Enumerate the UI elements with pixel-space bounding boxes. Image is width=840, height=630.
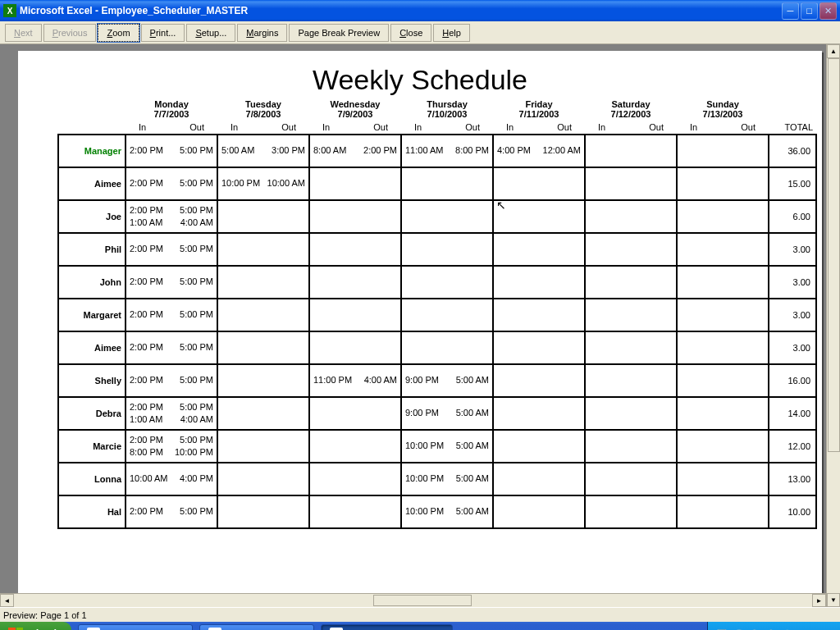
shift-cell bbox=[401, 299, 493, 331]
taskbar-item[interactable]: X Microsoft Excel - Empl... bbox=[321, 624, 454, 630]
vertical-scrollbar[interactable]: ▲ ▼ bbox=[826, 44, 840, 607]
close-preview-button[interactable]: Close bbox=[390, 24, 431, 42]
shift-cell bbox=[585, 167, 677, 200]
shift-cell bbox=[493, 364, 585, 397]
table-row: Marcie2:00 PM5:00 PM8:00 PM10:00 PM10:00… bbox=[58, 430, 816, 463]
zoom-button[interactable]: Zoom bbox=[98, 24, 139, 42]
shift-cell bbox=[309, 266, 401, 299]
shift-cell bbox=[585, 397, 677, 430]
horizontal-scrollbar[interactable]: ◄ ► bbox=[0, 593, 826, 607]
inout-header: InOut bbox=[677, 121, 769, 135]
taskbar-item[interactable]: 📁 Scheduler bbox=[199, 624, 314, 630]
shift-cell bbox=[677, 233, 769, 266]
schedule-title: Weekly Schedule bbox=[57, 64, 783, 96]
shift-cell bbox=[401, 167, 493, 200]
table-row: Debra2:00 PM5:00 PM1:00 AM4:00 AM9:00 PM… bbox=[58, 397, 816, 430]
table-row: Shelly2:00 PM5:00 PM11:00 PM4:00 AM9:00 … bbox=[58, 364, 816, 397]
shift-cell bbox=[585, 299, 677, 331]
page-break-preview-button[interactable]: Page Break Preview bbox=[289, 24, 389, 42]
total-cell: 3.00 bbox=[769, 233, 816, 266]
shift-cell: 5:00 AM3:00 PM bbox=[217, 135, 309, 167]
shift-cell bbox=[309, 495, 401, 528]
previous-button[interactable]: Previous bbox=[43, 24, 97, 42]
table-row: Phil2:00 PM5:00 PM3.00 bbox=[58, 233, 816, 266]
shift-cell: 11:00 AM8:00 PM bbox=[401, 135, 493, 167]
shift-cell: 11:00 PM4:00 AM bbox=[309, 364, 401, 397]
day-header: Thursday bbox=[401, 98, 493, 109]
status-bar: Preview: Page 1 of 1 bbox=[0, 607, 840, 622]
table-row: Joe2:00 PM5:00 PM1:00 AM4:00 AM6.00 bbox=[58, 200, 816, 233]
shift-cell bbox=[493, 430, 585, 463]
scroll-down-icon[interactable]: ▼ bbox=[827, 593, 840, 607]
shift-cell bbox=[677, 463, 769, 495]
shift-cell: 8:00 AM2:00 PM bbox=[309, 135, 401, 167]
shift-cell bbox=[585, 331, 677, 364]
date-header: 7/8/2003 bbox=[217, 109, 309, 121]
total-cell: 15.00 bbox=[769, 167, 816, 200]
employee-name: Hal bbox=[58, 495, 126, 528]
shift-cell: 2:00 PM5:00 PM bbox=[126, 167, 217, 200]
scrollbar-thumb-h[interactable] bbox=[373, 595, 472, 606]
shift-cell: 10:00 PM5:00 AM bbox=[401, 463, 493, 495]
shift-cell bbox=[309, 299, 401, 331]
shift-cell bbox=[585, 430, 677, 463]
preview-page: Weekly Schedule MondayTuesdayWednesdayTh… bbox=[18, 51, 822, 607]
setup-button[interactable]: Setup... bbox=[186, 24, 235, 42]
day-header: Monday bbox=[126, 98, 217, 109]
maximize-button[interactable]: □ bbox=[801, 2, 818, 20]
inout-header: InOut bbox=[401, 121, 493, 135]
date-header: 7/9/2003 bbox=[309, 109, 401, 121]
total-cell: 6.00 bbox=[769, 200, 816, 233]
print-preview-area[interactable]: Weekly Schedule MondayTuesdayWednesdayTh… bbox=[0, 44, 840, 607]
scroll-up-icon[interactable]: ▲ bbox=[827, 44, 840, 58]
date-header: 7/12/2003 bbox=[585, 109, 677, 121]
shift-cell: 10:00 PM5:00 AM bbox=[401, 495, 493, 528]
shift-cell: 10:00 PM10:00 AM bbox=[217, 167, 309, 200]
schedule-table: MondayTuesdayWednesdayThursdayFridaySatu… bbox=[57, 98, 817, 529]
shift-cell bbox=[493, 233, 585, 266]
next-button[interactable]: Next bbox=[5, 24, 42, 42]
table-row: Margaret2:00 PM5:00 PM3.00 bbox=[58, 299, 816, 331]
shift-cell bbox=[217, 331, 309, 364]
shift-cell: 10:00 PM5:00 AM bbox=[401, 430, 493, 463]
shift-cell bbox=[217, 299, 309, 331]
start-button[interactable]: start bbox=[0, 622, 71, 630]
shift-cell bbox=[677, 397, 769, 430]
employee-name: John bbox=[58, 266, 126, 299]
shift-cell: 2:00 PM5:00 PM1:00 AM4:00 AM bbox=[126, 200, 217, 233]
date-header: 7/7/2003 bbox=[126, 109, 217, 121]
taskbar-item[interactable]: 🔍 Search Results bbox=[78, 624, 193, 630]
margins-button[interactable]: Margins bbox=[237, 24, 287, 42]
inout-header: InOut bbox=[217, 121, 309, 135]
shift-cell bbox=[309, 463, 401, 495]
inout-header: InOut bbox=[585, 121, 677, 135]
scroll-right-icon[interactable]: ► bbox=[812, 594, 826, 607]
shift-cell bbox=[677, 135, 769, 167]
print-button[interactable]: Print... bbox=[141, 24, 185, 42]
table-row: Hal2:00 PM5:00 PM10:00 PM5:00 AM10.00 bbox=[58, 495, 816, 528]
system-tray[interactable]: 🖥️ 🔊 🛡️ ⚙️ 🔒 2:56 PM bbox=[707, 622, 840, 630]
shift-cell: 2:00 PM5:00 PM bbox=[126, 331, 217, 364]
scroll-left-icon[interactable]: ◄ bbox=[0, 594, 14, 607]
day-header: Friday bbox=[493, 98, 585, 109]
scrollbar-thumb[interactable] bbox=[828, 58, 840, 452]
shift-cell bbox=[585, 200, 677, 233]
day-header: Saturday bbox=[585, 98, 677, 109]
table-row: Manager2:00 PM5:00 PM5:00 AM3:00 PM8:00 … bbox=[58, 135, 816, 167]
window-titlebar: X Microsoft Excel - Employee_Scheduler_M… bbox=[0, 0, 840, 21]
total-cell: 3.00 bbox=[769, 299, 816, 331]
excel-icon: X bbox=[3, 4, 16, 17]
shift-cell bbox=[493, 266, 585, 299]
help-button[interactable]: Help bbox=[433, 24, 470, 42]
shift-cell bbox=[309, 397, 401, 430]
total-cell: 13.00 bbox=[769, 463, 816, 495]
inout-header: InOut bbox=[309, 121, 401, 135]
shift-cell: 2:00 PM5:00 PM1:00 AM4:00 AM bbox=[126, 397, 217, 430]
shift-cell: 2:00 PM5:00 PM bbox=[126, 495, 217, 528]
status-text: Preview: Page 1 of 1 bbox=[3, 610, 87, 620]
day-header: Wednesday bbox=[309, 98, 401, 109]
minimize-button[interactable]: ─ bbox=[782, 2, 799, 20]
shift-cell bbox=[677, 331, 769, 364]
close-button[interactable]: ✕ bbox=[819, 2, 837, 20]
shift-cell: 2:00 PM5:00 PM bbox=[126, 135, 217, 167]
